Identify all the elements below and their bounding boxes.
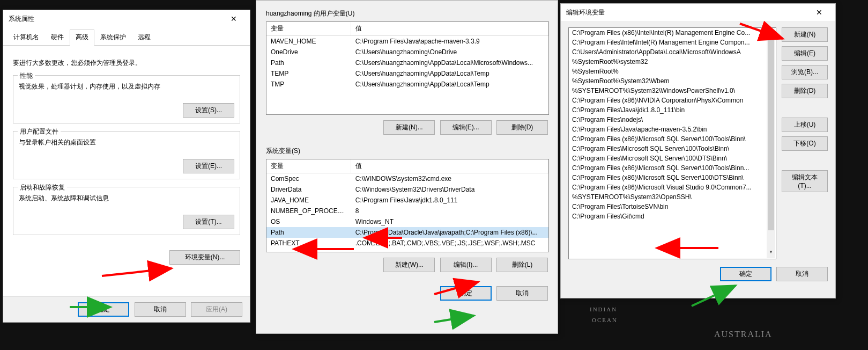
cancel-button[interactable]: 取消 (135, 302, 186, 317)
column-value[interactable]: 值 (351, 159, 548, 173)
user-variables-label: huangzhaoming 的用户变量(U) (266, 9, 548, 18)
table-row[interactable]: DriverDataC:\Windows\System32\Drivers\Dr… (266, 184, 548, 195)
new-button[interactable]: 新建(N) (782, 27, 828, 42)
list-item[interactable]: %SystemRoot% (569, 67, 776, 76)
cancel-button[interactable]: 取消 (776, 267, 828, 281)
system-variables-list[interactable]: 变量 值 ComSpecC:\WINDOWS\system32\cmd.exeD… (266, 159, 549, 252)
sys-new-button[interactable]: 新建(W)... (383, 258, 435, 272)
move-down-button[interactable]: 下移(O) (782, 136, 828, 151)
edit-text-button[interactable]: 编辑文本(T)... (782, 170, 828, 192)
list-item[interactable]: C:\Program Files\Microsoft SQL Server\10… (569, 154, 776, 163)
var-value: C:\Users\huangzhaoming\AppData\Local\Mic… (351, 57, 548, 68)
tab-computer-name[interactable]: 计算机名 (8, 30, 45, 45)
list-item[interactable]: C:\Program Files (x86)\Microsoft Visual … (569, 183, 776, 192)
list-item[interactable]: %SYSTEMROOT%\System32\OpenSSH\ (569, 192, 776, 202)
user-edit-button[interactable]: 编辑(E)... (440, 120, 492, 135)
list-item[interactable]: C:\Program Files (x86)\Microsoft SQL Ser… (569, 134, 776, 144)
var-name: MAVEN_HOME (266, 36, 351, 47)
browse-button[interactable]: 浏览(B)... (782, 65, 828, 79)
delete-button[interactable]: 删除(D) (782, 84, 828, 98)
column-value[interactable]: 值 (351, 22, 548, 36)
tab-remote[interactable]: 远程 (132, 30, 157, 45)
map-label-ocean: OCEAN (592, 317, 618, 323)
column-variable[interactable]: 变量 (266, 22, 351, 36)
list-item[interactable]: C:\Program Files (x86)\Microsoft SQL Ser… (569, 173, 776, 183)
close-icon[interactable]: ✕ (808, 5, 830, 20)
table-row[interactable]: ComSpecC:\WINDOWS\system32\cmd.exe (266, 173, 548, 185)
var-value: C:\Program Files\Java\apache-maven-3.3.9 (351, 36, 548, 47)
var-value: C:\Users\huangzhaoming\AppData\Local\Tem… (351, 79, 548, 90)
scrollbar-thumb[interactable] (768, 37, 774, 230)
sys-delete-button[interactable]: 删除(L) (496, 258, 548, 272)
table-row[interactable]: PathC:\Users\huangzhaoming\AppData\Local… (266, 57, 548, 68)
user-profiles-settings-button[interactable]: 设置(E)... (183, 159, 234, 173)
close-icon[interactable]: ✕ (223, 11, 244, 26)
system-variables-label: 系统变量(S) (266, 147, 548, 156)
apply-button[interactable]: 应用(A) (191, 302, 242, 317)
admin-note: 要进行大多数更改，您必须作为管理员登录。 (13, 59, 240, 68)
list-item[interactable]: %SystemRoot%\System32\Wbem (569, 76, 776, 86)
list-item[interactable]: C:\Program Files\nodejs\ (569, 115, 776, 125)
sys-edit-button[interactable]: 编辑(I)... (440, 258, 492, 272)
var-value: .COM;.EXE;.BAT;.CMD;.VBS;.VBE;.JS;.JSE;.… (351, 238, 548, 249)
list-item[interactable]: C:\Program Files\Java\jdk1.8.0_111\bin (569, 105, 776, 115)
user-delete-button[interactable]: 删除(D) (496, 120, 548, 135)
ok-button[interactable]: 确定 (440, 286, 492, 301)
path-list[interactable]: C:\Program Files (x86)\Intel\Intel(R) Ma… (568, 27, 776, 259)
performance-desc: 视觉效果，处理器计划，内存使用，以及虚拟内存 (19, 82, 234, 91)
startup-settings-button[interactable]: 设置(T)... (183, 215, 234, 229)
var-value: C:\Windows\System32\Drivers\DriverData (351, 184, 548, 195)
dialog-title: 系统属性 (9, 14, 34, 24)
list-item[interactable]: C:\Program Files (x86)\Intel\Intel(R) Ma… (569, 28, 776, 38)
scroll-down-icon[interactable]: ▼ (767, 250, 775, 258)
list-item[interactable]: %SystemRoot%\system32 (569, 57, 776, 67)
table-row[interactable]: TMPC:\Users\huangzhaoming\AppData\Local\… (266, 79, 548, 90)
var-name: PATHEXT (266, 238, 351, 249)
var-value: C:\WINDOWS\system32\cmd.exe (351, 173, 548, 185)
table-row[interactable]: MAVEN_HOMEC:\Program Files\Java\apache-m… (266, 36, 548, 47)
table-row[interactable]: NUMBER_OF_PROCESSORS8 (266, 206, 548, 216)
column-variable[interactable]: 变量 (266, 159, 351, 173)
list-item[interactable]: C:\Program Files\TortoiseSVN\bin (569, 202, 776, 212)
list-item[interactable]: C:\Program Files (x86)\Microsoft SQL Ser… (569, 163, 776, 173)
var-name: Path (266, 57, 351, 68)
table-row[interactable]: OSWindows_NT (266, 216, 548, 227)
tab-hardware[interactable]: 硬件 (45, 30, 70, 45)
startup-group: 启动和故障恢复 系统启动、系统故障和调试信息 设置(T)... (13, 187, 240, 235)
list-item[interactable]: C:\Program Files\Java\apache-maven-3.5.2… (569, 125, 776, 134)
var-value: 8 (351, 206, 548, 216)
edit-button[interactable]: 编辑(E) (782, 46, 828, 61)
table-row[interactable]: JAVA_HOMEC:\Program Files\Java\jdk1.8.0_… (266, 195, 548, 206)
table-row[interactable]: PATHEXT.COM;.EXE;.BAT;.CMD;.VBS;.VBE;.JS… (266, 238, 548, 249)
system-properties-dialog: 系统属性 ✕ 计算机名 硬件 高级 系统保护 远程 要进行大多数更改，您必须作为… (3, 10, 250, 323)
ok-button[interactable]: 确定 (78, 302, 129, 317)
list-item[interactable]: C:\Program Files (x86)\NVIDIA Corporatio… (569, 96, 776, 105)
environment-variables-button[interactable]: 环境变量(N)... (169, 250, 240, 265)
startup-desc: 系统启动、系统故障和调试信息 (19, 194, 234, 203)
cancel-button[interactable]: 取消 (496, 286, 548, 301)
table-row[interactable]: OneDriveC:\Users\huangzhaoming\OneDrive (266, 47, 548, 57)
scrollbar[interactable]: ▲ ▼ (767, 28, 775, 258)
var-name: TMP (266, 79, 351, 90)
var-name: OneDrive (266, 47, 351, 57)
var-name: OS (266, 216, 351, 227)
performance-legend: 性能 (18, 71, 35, 81)
tabs: 计算机名 硬件 高级 系统保护 远程 (3, 27, 250, 46)
table-row[interactable]: PathC:\ProgramData\Oracle\Java\javapath;… (266, 227, 548, 238)
move-up-button[interactable]: 上移(U) (782, 118, 828, 132)
scroll-up-icon[interactable]: ▲ (767, 28, 775, 37)
performance-settings-button[interactable]: 设置(S)... (183, 103, 234, 118)
list-item[interactable]: C:\Users\Administrator\AppData\Local\Mic… (569, 47, 776, 57)
ok-button[interactable]: 确定 (720, 267, 771, 281)
list-item[interactable]: C:\Program Files\Microsoft SQL Server\10… (569, 144, 776, 154)
list-item[interactable]: %SYSTEMROOT%\System32\WindowsPowerShell\… (569, 86, 776, 96)
tab-system-protection[interactable]: 系统保护 (94, 30, 132, 45)
list-item[interactable]: C:\Program Files\Git\cmd (569, 212, 776, 221)
user-variables-list[interactable]: 变量 值 MAVEN_HOMEC:\Program Files\Java\apa… (266, 21, 549, 115)
tab-advanced[interactable]: 高级 (70, 30, 94, 46)
list-item[interactable]: C:\Program Files\Intel\Intel(R) Manageme… (569, 38, 776, 47)
titlebar: 编辑环境变量 ✕ (561, 4, 835, 21)
user-profiles-group: 用户配置文件 与登录帐户相关的桌面设置 设置(E)... (13, 131, 240, 179)
table-row[interactable]: TEMPC:\Users\huangzhaoming\AppData\Local… (266, 68, 548, 79)
user-new-button[interactable]: 新建(N)... (383, 120, 435, 135)
